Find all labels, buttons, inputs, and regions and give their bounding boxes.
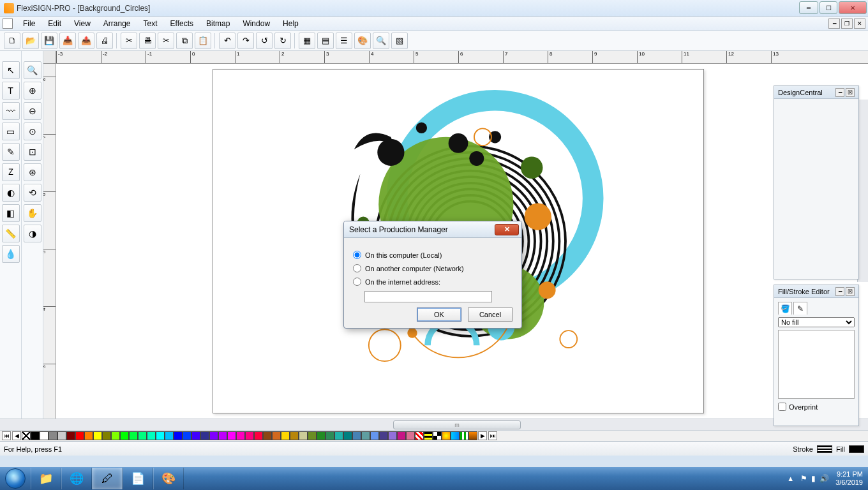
panel-minimize-button[interactable]: ━: [835, 287, 844, 296]
color-swatch[interactable]: [93, 431, 102, 440]
radio-local[interactable]: [353, 251, 361, 259]
task-chrome[interactable]: 🌐: [61, 468, 92, 489]
cut-icon[interactable]: ✂: [158, 33, 174, 49]
color-swatch[interactable]: [111, 431, 120, 440]
overprint-checkbox[interactable]: [778, 403, 786, 411]
color-swatch[interactable]: [317, 431, 326, 440]
volume-icon[interactable]: 🔊: [819, 474, 829, 483]
panel-title[interactable]: Fill/Stroke Editor ━ ☒: [774, 285, 858, 298]
color-swatch[interactable]: [200, 431, 209, 440]
internet-address-input[interactable]: [364, 291, 492, 302]
panel-title[interactable]: DesignCentral ━ ☒: [774, 86, 858, 99]
color-swatch[interactable]: [227, 431, 236, 440]
task-notepad[interactable]: 📄: [123, 468, 153, 489]
menu-edit[interactable]: Edit: [41, 18, 68, 29]
color-swatch[interactable]: [370, 431, 379, 440]
zoomarea-icon[interactable]: 🔍: [24, 61, 41, 79]
zoomprev-icon[interactable]: ⟲: [24, 184, 41, 202]
colormixer-icon[interactable]: 🎨: [354, 33, 371, 49]
color-swatch[interactable]: [147, 431, 156, 440]
close-button[interactable]: ✕: [839, 1, 867, 14]
save-icon[interactable]: 💾: [41, 33, 57, 49]
dialog-title-bar[interactable]: Select a Production Manager ✕: [344, 221, 521, 238]
color-swatch[interactable]: [156, 431, 165, 440]
clock[interactable]: 9:21 PM 3/6/2019: [835, 470, 863, 487]
start-button[interactable]: [0, 467, 31, 490]
stroke-tab[interactable]: ✎: [793, 302, 807, 315]
ruler-origin[interactable]: [43, 51, 56, 64]
swatch-next-button[interactable]: ▶: [478, 431, 487, 440]
network-icon[interactable]: ▮: [811, 474, 816, 483]
text-icon[interactable]: T: [2, 82, 20, 100]
designcentral-icon[interactable]: ▦: [299, 33, 315, 49]
color-swatch[interactable]: [129, 431, 138, 440]
color-swatch[interactable]: [451, 431, 460, 440]
radio-network[interactable]: [353, 264, 361, 272]
import-icon[interactable]: 📥: [59, 33, 76, 49]
color-swatch[interactable]: [352, 431, 361, 440]
scrollbar-horizontal[interactable]: m: [0, 419, 868, 430]
color-swatch[interactable]: [379, 431, 388, 440]
paste-icon[interactable]: 📋: [195, 33, 211, 49]
color-swatch[interactable]: [102, 431, 111, 440]
undo2-icon[interactable]: ↺: [256, 33, 273, 49]
mdi-restore-button[interactable]: ❐: [841, 19, 853, 29]
color-swatch[interactable]: [183, 431, 191, 440]
menu-help[interactable]: Help: [276, 18, 305, 29]
tray-arrow-icon[interactable]: ▲: [787, 475, 794, 482]
color-swatch[interactable]: [397, 431, 406, 440]
zoomin-icon[interactable]: ⊕: [24, 82, 41, 100]
swatch-icon[interactable]: ▧: [391, 33, 408, 49]
color-swatch[interactable]: [75, 431, 84, 440]
menu-arrange[interactable]: Arrange: [97, 18, 137, 29]
color-swatch[interactable]: [84, 431, 93, 440]
color-swatch[interactable]: [460, 431, 468, 440]
menu-window[interactable]: Window: [236, 18, 276, 29]
open-icon[interactable]: 📂: [22, 33, 39, 49]
ruler-vertical[interactable]: 876543: [43, 64, 56, 419]
color-swatch[interactable]: [209, 431, 218, 440]
color-swatch[interactable]: [218, 431, 227, 440]
color-swatch[interactable]: [468, 431, 477, 440]
zoomsel-icon[interactable]: ⊛: [24, 163, 41, 181]
color-swatch[interactable]: [57, 431, 66, 440]
scrollbar-thumb[interactable]: m: [393, 420, 521, 429]
layers-icon[interactable]: ☰: [336, 33, 352, 49]
redo2-icon[interactable]: ↻: [274, 33, 291, 49]
menu-text[interactable]: Text: [137, 18, 164, 29]
task-paint[interactable]: 🎨: [153, 468, 184, 489]
redo-icon[interactable]: ↷: [237, 33, 254, 49]
color-swatch[interactable]: [165, 431, 174, 440]
menu-bitmap[interactable]: Bitmap: [200, 18, 236, 29]
ruler-horizontal[interactable]: -3-2-1012345678910111213: [56, 51, 868, 64]
color-swatch[interactable]: [191, 431, 200, 440]
effects-icon[interactable]: Ｚ: [2, 163, 20, 181]
color-swatch[interactable]: [343, 431, 352, 440]
color-swatch[interactable]: [334, 431, 343, 440]
color-swatch[interactable]: [174, 431, 183, 440]
panel-close-button[interactable]: ☒: [846, 287, 855, 296]
menu-view[interactable]: View: [68, 18, 97, 29]
color-swatch[interactable]: [138, 431, 147, 440]
menu-effects[interactable]: Effects: [164, 18, 200, 29]
swatch-first-button[interactable]: ⏮: [2, 431, 11, 440]
copy-icon[interactable]: ⧉: [176, 33, 193, 49]
minimize-button[interactable]: ━: [799, 1, 818, 14]
color-swatch[interactable]: [254, 431, 263, 440]
fill-type-select[interactable]: No fill: [778, 317, 855, 327]
color-swatch[interactable]: [326, 431, 334, 440]
panel-close-button[interactable]: ☒: [846, 88, 855, 97]
color-swatch[interactable]: [49, 431, 57, 440]
bezier-icon[interactable]: 〰: [2, 102, 20, 120]
color-swatch[interactable]: [245, 431, 254, 440]
undo-icon[interactable]: ↶: [219, 33, 236, 49]
zoomfit-icon[interactable]: ⊙: [24, 122, 41, 140]
color-swatch[interactable]: [415, 431, 424, 440]
stroke-swatch[interactable]: [817, 445, 832, 453]
circle-icon[interactable]: ◐: [2, 184, 20, 202]
radio-internet[interactable]: [353, 278, 361, 286]
dialog-close-button[interactable]: ✕: [495, 224, 519, 235]
cancel-button[interactable]: Cancel: [468, 308, 513, 322]
color-swatch[interactable]: [388, 431, 397, 440]
ruler-icon[interactable]: 📏: [2, 225, 20, 242]
